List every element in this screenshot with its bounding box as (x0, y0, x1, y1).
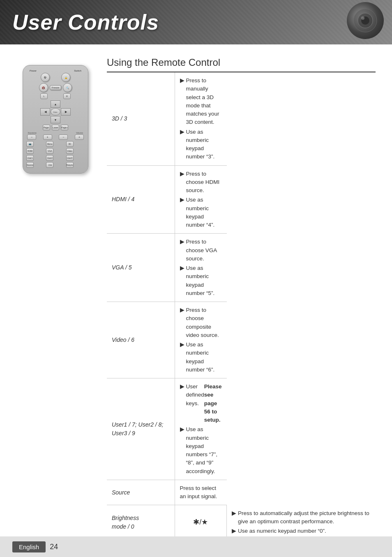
numpad-row2: HDMI VGA Video (26, 148, 85, 154)
table-key-cell: VGA / 5 (107, 234, 175, 302)
table-desc-cell: ▶Press to choose composite video source.… (175, 302, 227, 378)
bullet-item: ▶Use as numeric keypad number “0”. (232, 527, 371, 535)
keystone-vol-row: − + − + (26, 135, 85, 140)
table-row: Brightness mode / 0✱/★▶Press to automati… (107, 505, 376, 540)
page-laser-row: Page- Laser Page+ (26, 125, 85, 130)
btn-source[interactable]: Source (26, 162, 34, 168)
freeze-button[interactable]: Freeze (50, 85, 62, 90)
vol-minus[interactable]: − (59, 135, 68, 140)
numpad-row4: Source ✳/★ Resync (26, 162, 85, 168)
header-logo (347, 2, 384, 39)
volume-label: Volume (76, 132, 83, 134)
table-row: HDMI / 4▶Press to choose HDMI source.▶Us… (107, 165, 376, 234)
btn-resync[interactable]: Resync (66, 162, 74, 168)
power-button[interactable]: ⏻ (41, 73, 50, 82)
page-title: User Controls (12, 10, 159, 35)
numpad-row1: 📺 Menu 3D (26, 141, 85, 147)
right-button[interactable]: ▶ (61, 108, 71, 116)
btn-user2[interactable]: User2 (46, 155, 53, 161)
up-button[interactable]: ▲ (51, 100, 60, 108)
footer-language: English (12, 541, 46, 552)
keystone-label: Keystone (28, 132, 37, 134)
r-button[interactable]: R (63, 93, 71, 99)
bullet-item: ▶User defined keys. Please see page 56 t… (180, 383, 222, 424)
numpad-row3: User1 User2 User3 (26, 155, 85, 161)
logo-inner (347, 2, 384, 39)
remote-freeze-row: 🔇 Freeze 🔍 (26, 83, 85, 92)
zoom-button[interactable]: 🔍 (63, 83, 72, 92)
table-desc-cell: ▶Press to choose HDMI source.▶Use as num… (175, 165, 227, 234)
bullet-text: Press to manually select a 3D mode that … (186, 77, 222, 127)
bullet-item: ▶Press to choose HDMI source. (180, 170, 222, 195)
bullet-text: Press to choose VGA source. (186, 238, 222, 263)
remote-power-row: ⏻ 🔒 (26, 73, 85, 82)
bullet-item: ▶Press to manually select a 3D mode that… (180, 77, 222, 127)
keystone-vol-labels: Keystone Volume (26, 132, 85, 134)
bullet-item: ▶Use as numberic keypad number “4”. (180, 196, 222, 229)
laser-button[interactable]: Laser (52, 125, 59, 130)
table-row: 3D / 3▶Press to manually select a 3D mod… (107, 72, 376, 165)
bullet-highlight: Please see page 56 to setup. (204, 383, 222, 424)
bullet-item: ▶Use as numberic keypad number “3”. (180, 128, 222, 161)
btn-mute2[interactable]: 📺 (26, 141, 34, 147)
bullet-text: Use as numeric keypad number “0”. (238, 527, 326, 535)
remote-lr-row: L R (26, 93, 85, 99)
svg-point-3 (361, 16, 364, 20)
table-desc-cell: ▶Press to automatically adjust the pictu… (227, 505, 376, 540)
table-key-cell: User1 / 7; User2 / 8; User3 / 9 (107, 378, 175, 480)
dpad: ▲ ◀ Enter ▶ ▼ (40, 100, 71, 123)
table-mid-cell: ✱/★ (175, 505, 227, 540)
bullet-text: Press to choose HDMI source. (186, 170, 222, 195)
enter-button[interactable]: Enter (51, 108, 60, 116)
projector-icon (353, 8, 378, 33)
table-desc-cell: ▶Press to manually select a 3D mode that… (175, 72, 227, 165)
btn-hdmi[interactable]: HDMI (26, 148, 34, 154)
l-button[interactable]: L (40, 93, 48, 99)
keystone-minus[interactable]: − (27, 135, 36, 140)
keystone-plus[interactable]: + (43, 135, 52, 140)
bullet-text: Use as numberic keypad number “5”. (186, 264, 222, 297)
btn-brightness[interactable]: ✳/★ (46, 162, 53, 168)
table-row: Video / 6▶Press to choose composite vide… (107, 302, 376, 378)
table-key-cell: Source (107, 480, 175, 505)
mute-button[interactable]: 🔇 (39, 83, 48, 92)
page-plus-button[interactable]: Page+ (61, 125, 68, 130)
switch-button[interactable]: 🔒 (61, 73, 70, 82)
main-content: Power Switch ⏻ 🔒 🔇 Freeze 🔍 L R (0, 44, 392, 557)
section-title: Using the Remote Control (107, 57, 376, 72)
bullet-item: ▶Use as numberic keypad numbers “7”, “8”… (180, 425, 222, 476)
page-minus-button[interactable]: Page- (43, 125, 50, 130)
bullet-item: ▶Use as numberic keypad number “5”. (180, 264, 222, 297)
table-row: SourcePress to select an input signal. (107, 480, 376, 505)
bullet-item: ▶Press to automatically adjust the pictu… (232, 509, 371, 526)
bullet-text: Press to automatically adjust the pictur… (238, 509, 371, 526)
left-button[interactable]: ◀ (40, 108, 50, 116)
table-key-cell: HDMI / 4 (107, 165, 175, 234)
btn-3d[interactable]: 3D (66, 141, 74, 147)
bullet-text: Use as numberic keypad number “4”. (186, 196, 222, 229)
vol-plus[interactable]: + (75, 135, 84, 140)
btn-user3[interactable]: User3 (66, 155, 74, 161)
content-table-side: Using the Remote Control 3D / 3▶Press to… (107, 57, 376, 557)
remote-illustration: Power Switch ⏻ 🔒 🔇 Freeze 🔍 L R (16, 57, 95, 557)
bullet-item: ▶Press to choose VGA source. (180, 238, 222, 263)
remote-control: Power Switch ⏻ 🔒 🔇 Freeze 🔍 L R (23, 65, 88, 174)
table-row: VGA / 5▶Press to choose VGA source.▶Use … (107, 234, 376, 302)
switch-label: Switch (74, 70, 81, 72)
btn-menu[interactable]: Menu (46, 141, 53, 147)
table-desc-cell: Press to select an input signal. (175, 480, 227, 505)
controls-table: 3D / 3▶Press to manually select a 3D mod… (107, 72, 376, 557)
footer-page-number: 24 (50, 543, 58, 551)
table-key-cell: Brightness mode / 0 (107, 505, 175, 540)
btn-vga[interactable]: VGA (46, 148, 53, 154)
bullet-text: User defined keys. (186, 383, 204, 408)
table-key-cell: 3D / 3 (107, 72, 175, 165)
bullet-text: Press to choose composite video source. (186, 306, 222, 339)
power-label: Power (30, 70, 37, 72)
bullet-text: Use as numberic keypad number “3”. (186, 128, 222, 161)
bullet-text: Use as numberic keypad number “6”. (186, 341, 222, 374)
table-desc-cell: ▶Press to choose VGA source.▶Use as numb… (175, 234, 227, 302)
btn-video[interactable]: Video (66, 148, 74, 154)
down-button[interactable]: ▼ (51, 116, 60, 123)
btn-user1[interactable]: User1 (26, 155, 34, 161)
